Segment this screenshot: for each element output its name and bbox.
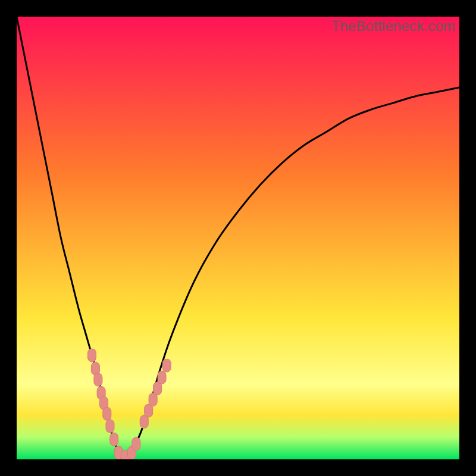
data-point-marker	[103, 407, 111, 420]
data-point-marker	[158, 371, 166, 384]
data-point-marker	[132, 437, 140, 450]
curve-overlay	[17, 17, 459, 459]
chart-frame: TheBottleneck.com	[0, 0, 476, 476]
data-point-marker	[94, 373, 102, 386]
data-point-marker	[110, 433, 118, 446]
data-point-marker	[106, 419, 114, 433]
data-point-marker	[162, 359, 171, 372]
watermark-text: TheBottleneck.com	[331, 18, 456, 35]
data-point-marker	[87, 349, 96, 362]
plot-area: TheBottleneck.com	[17, 17, 459, 459]
bottleneck-curve	[17, 17, 459, 459]
